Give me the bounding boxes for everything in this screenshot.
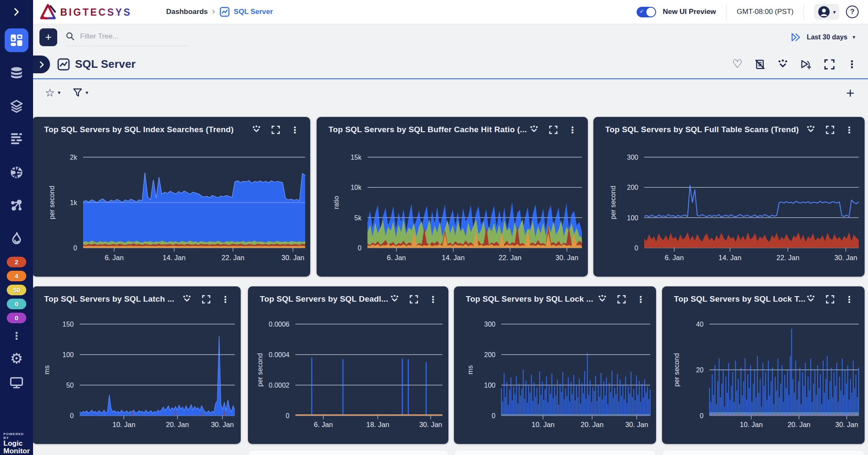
add-widget-button[interactable]: + (846, 86, 868, 100)
avatar-icon (818, 6, 830, 18)
svg-text:20. Jan: 20. Jan (787, 421, 810, 428)
add-dashboard-button[interactable]: + (39, 28, 57, 46)
breadcrumb-separator-icon: › (212, 7, 215, 16)
sidebar-item-modules[interactable] (5, 94, 28, 118)
collapse-widget-icon[interactable] (182, 294, 192, 304)
chart-card: Top SQL Servers by SQL Full Table Scans … (593, 117, 865, 277)
collapse-widgets-icon[interactable] (777, 59, 788, 70)
chart-title: Top SQL Servers by SQL Deadl... (260, 294, 388, 304)
collapse-widget-icon[interactable] (806, 294, 815, 304)
top-bar: BIGTECSYS Dashboards › SQL Server ✓ New … (33, 0, 868, 24)
fullscreen-icon[interactable] (409, 295, 418, 304)
svg-text:300: 300 (484, 321, 495, 328)
svg-text:14. Jan: 14. Jan (163, 254, 186, 261)
alert-badge-teal[interactable]: 0 (7, 299, 26, 309)
svg-text:40: 40 (696, 321, 704, 328)
svg-text:0: 0 (700, 412, 704, 419)
dashboard-actions: ♡ (732, 58, 868, 70)
widget-kebab-menu[interactable]: ⋮ (428, 295, 437, 304)
sidebar-item-remote-session[interactable] (5, 371, 28, 394)
page-title: SQL Server (75, 58, 136, 71)
collapse-widget-icon[interactable] (806, 125, 815, 134)
svg-text:30. Jan: 30. Jan (835, 421, 858, 428)
search-icon (66, 32, 75, 41)
star-icon: ☆ (45, 87, 55, 98)
dashboard-chart-icon (220, 7, 230, 17)
breadcrumb-dashboards[interactable]: Dashboards (166, 8, 208, 16)
fullscreen-icon[interactable] (202, 295, 211, 304)
caret-down-icon: ▾ (58, 89, 61, 96)
svg-text:14. Jan: 14. Jan (442, 254, 465, 261)
fullscreen-icon[interactable] (617, 295, 626, 304)
widget-kebab-menu[interactable]: ⋮ (636, 295, 645, 304)
expand-tree-button[interactable] (33, 55, 50, 73)
collapse-widget-icon[interactable] (252, 125, 261, 134)
collapse-widget-icon[interactable] (390, 294, 399, 304)
sidebar-collapse-button[interactable] (0, 0, 33, 24)
widget-kebab-menu[interactable]: ⋮ (845, 295, 854, 304)
fullscreen-icon[interactable] (824, 59, 835, 70)
brand-logo[interactable]: BIGTECSYS (33, 0, 156, 24)
widget-kebab-menu[interactable]: ⋮ (290, 125, 299, 134)
svg-text:0.0002: 0.0002 (269, 382, 289, 389)
filters-menu[interactable]: ▾ (72, 88, 89, 98)
svg-text:6. Jan: 6. Jan (665, 254, 684, 261)
sub-bar: + Filter Tree... Last 30 days ▾ (33, 24, 868, 50)
svg-text:6. Jan: 6. Jan (387, 254, 406, 261)
settings-gear-icon[interactable]: ⚙ (10, 351, 23, 366)
help-question-icon: ? (850, 8, 854, 16)
svg-text:0: 0 (634, 244, 638, 252)
widget-kebab-menu[interactable]: ⋮ (221, 295, 230, 304)
collapse-widget-icon[interactable] (529, 125, 539, 134)
sidebar-item-topology[interactable] (5, 194, 28, 217)
svg-text:10. Jan: 10. Jan (112, 421, 135, 428)
sidebar-item-dashboards[interactable] (5, 28, 28, 52)
user-menu[interactable]: ▾ (814, 4, 839, 20)
fullscreen-icon[interactable] (826, 295, 835, 304)
toggle-check-icon: ✓ (640, 8, 644, 14)
favorites-filter[interactable]: ☆ ▾ (45, 87, 61, 98)
collapse-widget-icon[interactable] (598, 294, 607, 304)
svg-text:30. Jan: 30. Jan (211, 421, 234, 428)
svg-text:15k: 15k (351, 154, 362, 161)
svg-text:30. Jan: 30. Jan (419, 421, 442, 428)
powered-by-logo: POWERED BY Logic Monitor (3, 432, 30, 455)
favorite-heart-icon[interactable]: ♡ (732, 58, 743, 70)
alert-badge-error[interactable]: 4 (7, 271, 26, 281)
slideshow-add-icon[interactable] (800, 59, 812, 70)
svg-text:22. Jan: 22. Jan (222, 254, 245, 261)
svg-text:10. Jan: 10. Jan (740, 421, 762, 428)
time-range-control[interactable]: Last 30 days ▾ (790, 33, 868, 42)
fullscreen-icon[interactable] (826, 125, 835, 134)
alert-badge-critical[interactable]: 2 (7, 257, 26, 267)
chart-actions: ⋮ (529, 125, 588, 134)
new-ui-toggle[interactable]: ✓ (637, 7, 656, 17)
sidebar-item-resources[interactable] (5, 61, 28, 85)
report-disabled-icon[interactable] (754, 59, 765, 70)
chart-card-header: Top SQL Servers by SQL Buffer Cache Hit … (317, 117, 588, 142)
svg-text:per second: per second (673, 353, 680, 386)
fullscreen-icon[interactable] (549, 125, 558, 134)
sidebar-item-alerts[interactable] (5, 227, 28, 250)
svg-text:20: 20 (696, 366, 704, 374)
filter-tree-search[interactable]: Filter Tree... (66, 28, 189, 46)
divider (726, 4, 726, 19)
svg-text:1k: 1k (70, 199, 78, 206)
chart-actions: ⋮ (182, 294, 241, 304)
widget-kebab-menu[interactable]: ⋮ (845, 125, 854, 134)
dashboard-kebab-menu[interactable]: ⋮ (847, 58, 857, 70)
alert-badge-purple[interactable]: 0 (7, 313, 26, 323)
chart-actions: ⋮ (598, 294, 656, 304)
sidebar-more-icon[interactable]: ⋮ (11, 331, 22, 341)
powered-by-label: POWERED BY (3, 432, 30, 440)
widget-kebab-menu[interactable]: ⋮ (568, 125, 577, 134)
help-button[interactable]: ? (846, 6, 859, 18)
sidebar-item-logs[interactable] (5, 128, 28, 151)
timezone-label[interactable]: GMT-08:00 (PST) (737, 8, 793, 16)
breadcrumb-current[interactable]: SQL Server (234, 8, 273, 16)
alert-badge-warning[interactable]: 50 (7, 285, 26, 295)
chart-title: Top SQL Servers by SQL Lock T... (674, 294, 806, 304)
fullscreen-icon[interactable] (271, 125, 280, 134)
next-row-card-top (454, 450, 656, 455)
sidebar-item-websites[interactable] (5, 161, 28, 184)
